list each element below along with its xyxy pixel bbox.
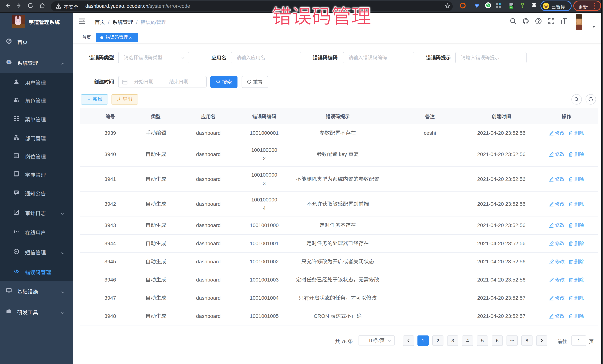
svg-text:on: on — [510, 6, 512, 8]
